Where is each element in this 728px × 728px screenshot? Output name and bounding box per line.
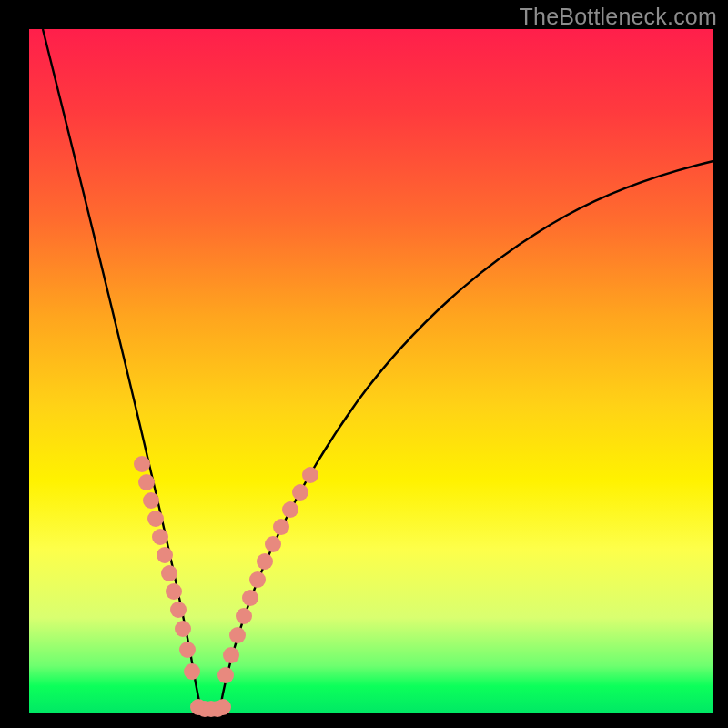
dot	[302, 467, 318, 483]
dot	[161, 565, 177, 581]
dot	[223, 647, 239, 663]
curve-right-limb	[219, 161, 713, 713]
dot	[236, 608, 252, 624]
chart-frame: TheBottleneck.com	[0, 0, 728, 728]
dot	[292, 484, 308, 500]
dot	[134, 456, 150, 472]
dot	[152, 529, 168, 545]
dot	[249, 571, 266, 588]
dots-right	[217, 467, 318, 683]
plot-area	[29, 29, 713, 713]
dot	[265, 536, 281, 552]
dot	[229, 627, 246, 643]
dot	[147, 511, 164, 527]
dots-bottom	[190, 699, 231, 717]
dots-left	[134, 456, 200, 680]
dot	[179, 642, 196, 658]
dot	[215, 699, 231, 715]
dot	[138, 474, 155, 490]
watermark-text: TheBottleneck.com	[520, 4, 717, 30]
dot	[175, 621, 191, 637]
dot	[217, 667, 234, 683]
dot	[184, 663, 200, 680]
dot	[257, 553, 273, 570]
dot	[242, 590, 258, 606]
dot	[273, 519, 289, 535]
curves-layer	[29, 29, 713, 713]
dot	[282, 501, 298, 518]
dot	[157, 547, 173, 563]
dot	[143, 492, 159, 509]
dot	[166, 583, 182, 600]
dot	[170, 602, 187, 618]
